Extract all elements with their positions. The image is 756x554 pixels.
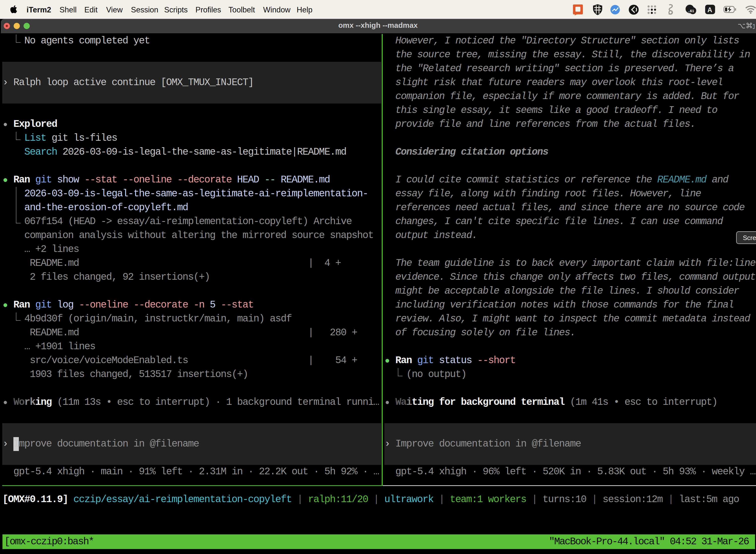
svg-text:..61: ..61 bbox=[688, 9, 694, 13]
svg-text:1: 1 bbox=[752, 23, 755, 30]
